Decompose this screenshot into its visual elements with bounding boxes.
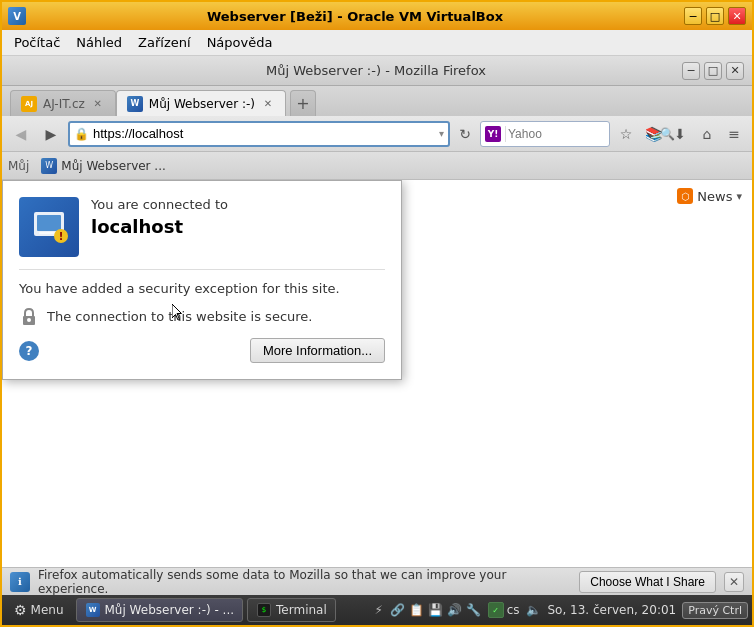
bookmark-star-icon[interactable]: ☆ [614,122,638,146]
popup-hostname: localhost [91,216,385,237]
keyboard-led: ✓ cs [488,602,520,618]
ff-status-text: Firefox automatically sends some data to… [38,568,571,596]
menu-icon[interactable]: ≡ [722,122,746,146]
popup-security-row: The connection to this website is secure… [19,306,385,326]
search-engine-selector[interactable]: Y! [485,126,506,142]
bookmark-favicon: W [41,158,57,174]
ff-titlebar: Můj Webserver :-) - Mozilla Firefox − □ … [2,56,752,86]
url-bar[interactable]: 🔒 ▾ [68,121,450,147]
more-info-button[interactable]: More Information... [250,338,385,363]
bookmarks-label: Můj [8,159,29,173]
tray-icon-6[interactable]: 🔧 [466,602,482,618]
ff-navbar: ◀ ▶ 🔒 ▾ ↻ Y! 🔍 ☆ 📚 [2,116,752,152]
back-button[interactable]: ◀ [8,121,34,147]
popup-header-text: You are connected to localhost [91,197,385,237]
lang-label: cs [507,603,520,617]
choose-what-share-button[interactable]: Choose What I Share [579,571,716,593]
ff-tabbar: AJ AJ-IT.cz ✕ W Můj Webserver :-) ✕ + [2,86,752,116]
popup-logo-inner: ! [29,204,69,251]
vbox-window: V Webserver [Beži] - Oracle VM VirtualBo… [0,0,754,627]
bookmarks-icon[interactable]: 📚 [641,122,665,146]
ff-minimize-button[interactable]: − [682,62,700,80]
vbox-window-controls: − □ ✕ [684,7,746,25]
statusbar-close-button[interactable]: ✕ [724,572,744,592]
help-icon[interactable]: ? [19,341,39,361]
terminal-taskbar-icon: $ [256,602,272,618]
tab-muj-webserver[interactable]: W Můj Webserver :-) ✕ [116,90,286,116]
tab-muj-webserver-label: Můj Webserver :-) [149,97,255,111]
rss-icon: ⬡ [677,188,693,204]
firefox-taskbar-icon: W [85,602,101,618]
vbox-menu-pocitac[interactable]: Počítač [6,32,68,53]
svg-rect-1 [37,215,61,231]
news-area: ⬡ News ▾ [677,188,742,204]
popup-divider [19,269,385,270]
security-popup: ! You are connected to localhost You hav… [2,180,402,380]
ssl-lock-icon: 🔒 [74,127,89,141]
yahoo-icon: Y! [485,126,501,142]
svg-text:!: ! [59,231,64,242]
search-bar[interactable]: Y! 🔍 [480,121,610,147]
ff-window-controls: − □ ✕ [682,62,744,80]
news-dropdown-icon[interactable]: ▾ [736,190,742,203]
url-dropdown-icon[interactable]: ▾ [439,128,444,139]
taskbar-item-firefox-label: Můj Webserver :-) - ... [105,603,235,617]
svg-point-6 [27,318,31,322]
toolbar-icons: ☆ 📚 ⬇ ⌂ ≡ [614,122,746,146]
vbox-menu-zarizeni[interactable]: Zařízení [130,32,199,53]
bookmark-muj-webserver[interactable]: W Můj Webserver ... [37,156,170,176]
datetime-display: So, 13. červen, 20:01 [548,603,677,617]
bookmark-muj-webserver-label: Můj Webserver ... [61,159,166,173]
home-icon[interactable]: ⌂ [695,122,719,146]
volume-icon[interactable]: 🔈 [526,602,542,618]
tab-aj-it[interactable]: AJ AJ-IT.cz ✕ [10,90,116,116]
aj-it-favicon: AJ [21,96,37,112]
vbox-menu-napoveda[interactable]: Nápověda [199,32,281,53]
tray-icon-4[interactable]: 💾 [428,602,444,618]
popup-header: ! You are connected to localhost [19,197,385,257]
tab-muj-webserver-close[interactable]: ✕ [261,97,275,111]
sys-menu-button[interactable]: ⚙ Menu [6,600,72,620]
vbox-menu-nahled[interactable]: Náhled [68,32,130,53]
tray-icon-1[interactable]: ⚡ [371,602,387,618]
popup-exception-text: You have added a security exception for … [19,280,385,298]
vbox-close-button[interactable]: ✕ [728,7,746,25]
tray-icons: ⚡ 🔗 📋 💾 🔊 🔧 [371,602,482,618]
refresh-button[interactable]: ↻ [454,123,476,145]
vbox-title: Webserver [Beži] - Oracle VM VirtualBox [26,9,684,24]
vbox-icon: V [8,7,26,25]
sys-tray: ⚡ 🔗 📋 💾 🔊 🔧 ✓ cs 🔈 So, 13. červen, 20:01… [371,602,748,619]
sys-taskbar: ⚙ Menu W Můj Webserver :-) - ... $ Termi… [2,595,752,625]
popup-lock-icon [19,306,39,326]
ff-title: Můj Webserver :-) - Mozilla Firefox [70,63,682,78]
new-tab-button[interactable]: + [290,90,316,116]
ff-close-button[interactable]: ✕ [726,62,744,80]
taskbar-item-terminal-label: Terminal [276,603,327,617]
ff-bookmarks-bar: Můj W Můj Webserver ... [2,152,752,180]
taskbar-item-terminal[interactable]: $ Terminal [247,598,336,622]
downloads-icon[interactable]: ⬇ [668,122,692,146]
vbox-minimize-button[interactable]: − [684,7,702,25]
url-input[interactable] [93,126,435,141]
firefox-window: Můj Webserver :-) - Mozilla Firefox − □ … [2,56,752,595]
tray-icon-3[interactable]: 📋 [409,602,425,618]
popup-connected-text: You are connected to [91,197,385,212]
gear-icon: ⚙ [14,602,27,618]
forward-button[interactable]: ▶ [38,121,64,147]
popup-footer: ? More Information... [19,338,385,363]
taskbar-item-firefox[interactable]: W Můj Webserver :-) - ... [76,598,244,622]
tab-aj-it-label: AJ-IT.cz [43,97,85,111]
kbd-led-active: ✓ [488,602,504,618]
vbox-restore-button[interactable]: □ [706,7,724,25]
ff-restore-button[interactable]: □ [704,62,722,80]
vbox-menubar: Počítač Náhled Zařízení Nápověda [2,30,752,56]
ctrl-key-label: Pravý Ctrl [682,602,748,619]
tray-icon-5[interactable]: 🔊 [447,602,463,618]
ff-status-info-icon: ℹ [10,572,30,592]
tray-network-icon[interactable]: 🔗 [390,602,406,618]
popup-security-text: The connection to this website is secure… [47,309,312,324]
tab-aj-it-close[interactable]: ✕ [91,97,105,111]
popup-logo: ! [19,197,79,257]
muj-webserver-favicon: W [127,96,143,112]
news-label: News [697,189,732,204]
